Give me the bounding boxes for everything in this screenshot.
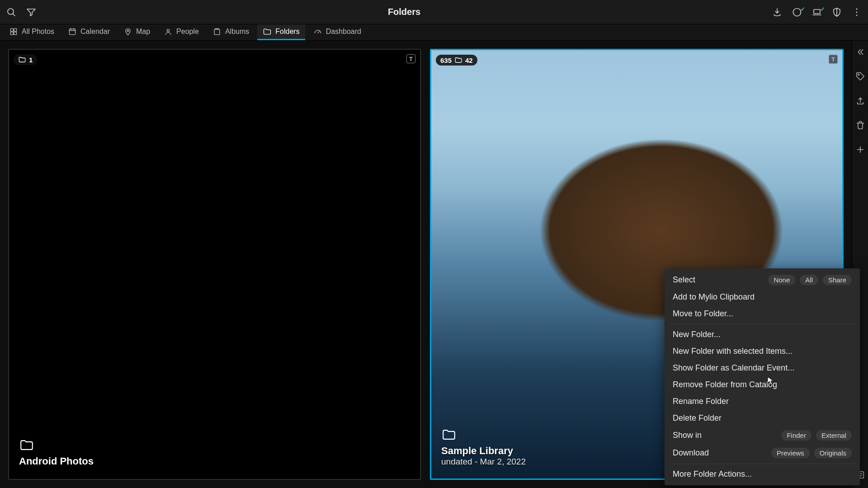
delete-button[interactable] [854, 118, 867, 132]
download-icon [772, 7, 783, 18]
status-check-icon [820, 5, 825, 9]
svg-rect-7 [10, 28, 13, 31]
upload-icon [855, 96, 865, 106]
add-button[interactable] [854, 143, 867, 156]
ctx-select-share[interactable]: Share [823, 275, 852, 285]
nav-calendar[interactable]: Calendar [62, 24, 115, 40]
search-icon [6, 7, 17, 18]
ctx-remove-from-catalog[interactable]: Remove Folder from Catalog [665, 376, 860, 393]
nav-dashboard[interactable]: Dashboard [308, 24, 367, 40]
shield-icon [831, 7, 842, 18]
folder-tile-android-photos[interactable]: 1 T Android Photos [8, 49, 421, 480]
folder-icon [454, 56, 462, 64]
nav-label: Calendar [80, 28, 110, 36]
chevrons-left-icon [855, 47, 865, 57]
folder-icon [18, 56, 26, 64]
person-icon [164, 27, 173, 36]
svg-point-5 [856, 11, 858, 13]
ctx-delete-folder[interactable]: Delete Folder [665, 410, 860, 427]
svg-rect-17 [214, 29, 220, 35]
nav-label: Dashboard [326, 28, 361, 36]
nav-folders[interactable]: Folders [257, 24, 305, 40]
export-button[interactable] [854, 94, 867, 108]
folder-title: Sample Library [441, 445, 832, 457]
svg-point-4 [856, 8, 858, 9]
svg-point-6 [856, 14, 858, 16]
calendar-icon [68, 27, 77, 36]
text-badge: T [406, 54, 415, 63]
more-button[interactable] [850, 5, 863, 19]
import-button[interactable] [770, 5, 784, 19]
ctx-select-label: Select [673, 275, 764, 285]
nav-people[interactable]: People [158, 24, 204, 40]
svg-point-2 [793, 8, 801, 16]
svg-rect-8 [14, 28, 17, 31]
search-button[interactable] [5, 5, 18, 19]
ctx-select-none[interactable]: None [768, 275, 795, 285]
nav-label: People [176, 28, 199, 36]
nav-all-photos[interactable]: All Photos [4, 24, 60, 40]
folder-icon [263, 27, 272, 36]
svg-point-15 [127, 30, 129, 32]
folder-counts-badge: 1 [14, 54, 37, 65]
folder-icon [19, 437, 410, 453]
funnel-icon [26, 7, 37, 18]
devices-button[interactable] [810, 5, 824, 19]
page-title: Folders [38, 7, 770, 17]
nav-label: Folders [275, 28, 299, 36]
folder-icon [441, 427, 832, 442]
ctx-add-clipboard[interactable]: Add to Mylio Clipboard [665, 289, 860, 305]
svg-rect-3 [814, 9, 820, 14]
svg-line-18 [318, 31, 319, 33]
gauge-icon [313, 27, 322, 36]
ctx-new-folder-selected[interactable]: New Folder with selected Items... [665, 343, 860, 360]
nav-row: All Photos Calendar Map People Albums Fo… [0, 24, 868, 41]
svg-line-1 [13, 14, 15, 16]
ctx-select-all[interactable]: All [800, 275, 818, 285]
ctx-show-as-calendar[interactable]: Show Folder as Calendar Event... [665, 360, 860, 376]
album-icon [212, 27, 222, 36]
tag-icon [855, 71, 865, 81]
svg-rect-9 [10, 32, 13, 35]
filter-button[interactable] [24, 5, 38, 19]
activity-button[interactable] [790, 5, 804, 19]
nav-label: Map [136, 28, 150, 36]
ctx-select-row: Select None All Share [665, 271, 860, 289]
plus-icon [855, 145, 865, 155]
nav-label: All Photos [22, 28, 54, 36]
ctx-move-to-folder[interactable]: Move to Folder... [665, 305, 860, 322]
kebab-icon [851, 7, 862, 18]
nav-albums[interactable]: Albums [207, 24, 255, 40]
svg-rect-11 [69, 29, 75, 35]
folder-title: Android Photos [19, 455, 410, 467]
top-bar: Folders [0, 0, 868, 24]
nav-map[interactable]: Map [118, 24, 156, 40]
grid-icon [9, 27, 18, 36]
tag-button[interactable] [854, 70, 867, 83]
subfolder-count: 42 [465, 56, 473, 64]
subfolder-count: 1 [29, 56, 33, 64]
nav-label: Albums [225, 28, 249, 36]
status-check-icon [800, 5, 805, 9]
shield-button[interactable] [830, 5, 844, 19]
trash-icon [855, 120, 865, 130]
pin-icon [123, 27, 132, 36]
folder-date-range: undated - Mar 2, 2022 [441, 457, 832, 467]
folder-counts-badge: 635 42 [436, 55, 477, 66]
svg-point-16 [167, 29, 169, 32]
ctx-new-folder[interactable]: New Folder... [665, 326, 860, 343]
ctx-rename-folder[interactable]: Rename Folder [665, 393, 860, 410]
text-badge: T [829, 55, 838, 64]
svg-rect-10 [14, 32, 17, 35]
svg-point-19 [858, 74, 859, 75]
collapse-panel-button[interactable] [854, 45, 867, 59]
photo-count: 635 [440, 56, 452, 64]
